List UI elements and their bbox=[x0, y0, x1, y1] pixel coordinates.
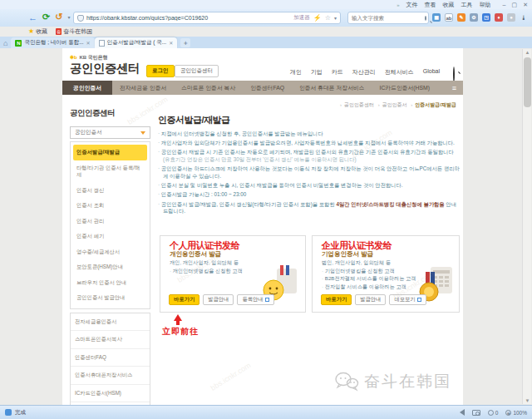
new-tab-button[interactable]: ＋ bbox=[180, 38, 190, 47]
sidebar-category-select[interactable]: 공인인증서 bbox=[70, 126, 150, 139]
search-input[interactable] bbox=[352, 15, 425, 21]
brush-icon[interactable]: ✎ bbox=[457, 13, 466, 22]
sidebar-item-inquiry[interactable]: 인증서 조회 bbox=[73, 198, 147, 214]
bookmark-star-icon[interactable]: ☆ bbox=[325, 14, 331, 22]
nav-ic-card[interactable]: IC카드인증서(HSM) bbox=[372, 81, 437, 95]
undo-history-button[interactable]: ↺ bbox=[55, 12, 62, 22]
menu-view[interactable]: 查看 bbox=[425, 1, 436, 9]
minimize-button[interactable]: – bbox=[503, 2, 506, 8]
utility-corporate[interactable]: 기업 bbox=[311, 68, 323, 76]
nav-smartphone-copy[interactable]: 스마트폰 인증서 복사 bbox=[174, 81, 243, 95]
home-icon[interactable]: ⌂ bbox=[3, 39, 7, 47]
vertical-scrollbar[interactable]: ▲ ▼ bbox=[522, 49, 531, 404]
chevron-down-icon bbox=[140, 131, 145, 135]
download-manager[interactable]: 0 bbox=[488, 410, 499, 416]
utility-global[interactable]: Global bbox=[423, 68, 440, 76]
browser-toolbar: ← ⟳ ↺ ▾ 加速器 ⚡ ☆ ▾ ▦ ab ✎ ⚙ ◳ ♦ ● bbox=[0, 9, 532, 27]
app-icon[interactable]: ◳ bbox=[482, 13, 490, 22]
search-box[interactable] bbox=[347, 12, 429, 24]
bookmark-item[interactable]: 奋奋斗在韩国 bbox=[56, 27, 92, 36]
sidebar-item-renew[interactable]: 인증서 갱신 bbox=[73, 183, 147, 199]
cert-center-button[interactable]: 공인인증센터 bbox=[175, 65, 219, 77]
menu-file[interactable]: 文件 bbox=[406, 1, 418, 9]
sidebar-item-issue-guide[interactable]: 공인인증서 발급안내 bbox=[73, 290, 147, 306]
tab-close-icon[interactable]: ✕ bbox=[86, 40, 91, 46]
corporate-go-button[interactable]: 바로가기 bbox=[321, 294, 352, 305]
page-favicon bbox=[99, 40, 105, 47]
tab-title: 인증서발급/재발급 ( 국... bbox=[107, 39, 167, 47]
tab-naver-search[interactable]: N 국민은행 ; 네이버 통합... ✕ bbox=[11, 37, 94, 48]
download-icon[interactable]: ⭳ bbox=[520, 13, 528, 22]
clipboard-icon[interactable]: ▦ bbox=[432, 13, 441, 22]
scroll-down-icon[interactable]: ▼ bbox=[525, 398, 530, 403]
personal-guide-button[interactable]: 발급안내 bbox=[203, 294, 234, 305]
sidebar-item-issue-reissue[interactable]: 인증서발급/재발급 bbox=[73, 145, 147, 160]
screenshot-icon[interactable] bbox=[472, 410, 480, 416]
menu-tools[interactable]: 工具 bbox=[461, 1, 473, 9]
menu-help[interactable]: 帮助 bbox=[480, 1, 491, 9]
alert-icon[interactable]: ♦ bbox=[495, 13, 503, 22]
zoom-icon: ⊕ bbox=[505, 410, 511, 416]
nav-public-cert[interactable]: 공인인증서 bbox=[62, 81, 112, 95]
nav-tax-cert[interactable]: 전자세금용 인증서 bbox=[112, 81, 174, 95]
bullet-item: 공인인증서는 하드디스크에 저장하여 사용하는 것보다는 이동식 저장 장치에 … bbox=[158, 165, 461, 180]
search-icon[interactable] bbox=[425, 16, 426, 21]
utility-card[interactable]: 카드 bbox=[332, 68, 343, 76]
corporate-guide-button[interactable]: 발급안내 bbox=[355, 294, 386, 305]
nav-faq[interactable]: 인증센터FAQ bbox=[243, 81, 292, 95]
content-title: 인증서발급/재발급 bbox=[158, 114, 230, 126]
main-navigation: 공인인증서 전자세금용 인증서 스마트폰 인증서 복사 인증센터FAQ 인증서 … bbox=[62, 81, 463, 95]
naver-favicon: N bbox=[15, 40, 22, 47]
sidebar-item-receipt[interactable]: 영수증/세금계산서 bbox=[73, 244, 147, 260]
channel-watermark: 奋斗在韩国 bbox=[334, 371, 451, 392]
tab-certificate-page[interactable]: 인증서발급/재발급 ( 국... ✕ bbox=[95, 37, 178, 48]
sidebar-item-mobile-storage[interactable]: 인증서휴대폰저장서비스 bbox=[71, 366, 150, 384]
login-button[interactable]: 로그인 bbox=[146, 65, 175, 77]
settings-icon[interactable]: ● bbox=[507, 13, 515, 22]
accelerator-label[interactable]: 加速器 bbox=[293, 14, 310, 22]
breadcrumb-item[interactable]: 공인인증센터 bbox=[344, 102, 374, 107]
volume-icon[interactable] bbox=[460, 409, 465, 416]
back-button[interactable]: ← bbox=[28, 12, 37, 22]
personal-go-button[interactable]: 바로가기 bbox=[169, 294, 200, 305]
page-status-icon bbox=[5, 409, 12, 416]
scrollbar-thumb[interactable] bbox=[524, 57, 531, 107]
menu-favorites[interactable]: 收藏 bbox=[443, 1, 455, 9]
scroll-up-icon[interactable]: ▲ bbox=[525, 50, 530, 55]
maximize-button[interactable]: ▢ bbox=[512, 2, 518, 8]
nav-mobile-storage[interactable]: 인증서 휴대폰 저장서비스 bbox=[292, 81, 372, 95]
address-dropdown-icon[interactable]: ▾ bbox=[334, 15, 337, 21]
utility-personal[interactable]: 개인 bbox=[290, 68, 302, 76]
hamburger-icon[interactable]: ≡ bbox=[446, 81, 463, 95]
sidebar-item-tax-cert[interactable]: 전자세금용인증서 bbox=[71, 313, 150, 331]
sidebar-item-browser-cert[interactable]: 브라우저 인증서 안내 bbox=[73, 275, 147, 291]
breadcrumb-current: 인증서발급/재발급 bbox=[415, 102, 456, 107]
security-shield-icon bbox=[77, 15, 84, 22]
history-dropdown-icon[interactable]: ▾ bbox=[67, 14, 70, 20]
sidebar-item-hsm-guide[interactable]: 보안토큰(HSM)안내 bbox=[73, 259, 147, 275]
tab-close-icon[interactable]: ✕ bbox=[169, 40, 173, 46]
url-input[interactable] bbox=[86, 15, 293, 21]
sidebar-item-register-other[interactable]: 타행/타기관 인증서 등록/해제 bbox=[73, 160, 147, 183]
wrench-icon[interactable]: ⚙ bbox=[470, 13, 478, 22]
address-bar[interactable]: 加速器 ⚡ ☆ ▾ bbox=[73, 12, 341, 24]
status-done-label: 完成 bbox=[15, 409, 26, 417]
refresh-button[interactable]: ⟳ bbox=[42, 12, 50, 22]
menu-overflow-icon[interactable]: » bbox=[397, 2, 399, 7]
utility-asset[interactable]: 자산관리 bbox=[352, 68, 376, 76]
sidebar-item-smartphone-copy[interactable]: 스마트폰인증서복사 bbox=[71, 330, 150, 348]
personal-register-guide-button[interactable]: 등록안내 bbox=[237, 294, 273, 305]
favorites-button[interactable]: ★ 收藏 bbox=[28, 27, 47, 36]
zoom-control[interactable]: ⊕100% bbox=[505, 410, 527, 416]
sidebar-item-ic-card[interactable]: IC카드인증서(HSM) bbox=[71, 384, 150, 402]
breadcrumb-item[interactable]: 공인인증서 bbox=[382, 102, 407, 107]
sidebar-item-manage[interactable]: 인증서 관리 bbox=[73, 214, 147, 229]
close-button[interactable]: ✕ bbox=[523, 2, 528, 8]
sidebar-item-faq[interactable]: 인증센터FAQ bbox=[71, 348, 150, 367]
utility-all-services[interactable]: 전체서비스 bbox=[385, 68, 414, 76]
lightning-icon[interactable]: ⚡ bbox=[313, 14, 322, 22]
sidebar-item-revoke[interactable]: 인증서 폐기 bbox=[73, 229, 147, 244]
translate-icon[interactable]: ab bbox=[445, 13, 453, 22]
utility-menu: 개인 기업 카드 자산관리 전체서비스 Global bbox=[290, 68, 440, 76]
tab-title: 국민은행 ; 네이버 통합... bbox=[24, 39, 83, 47]
